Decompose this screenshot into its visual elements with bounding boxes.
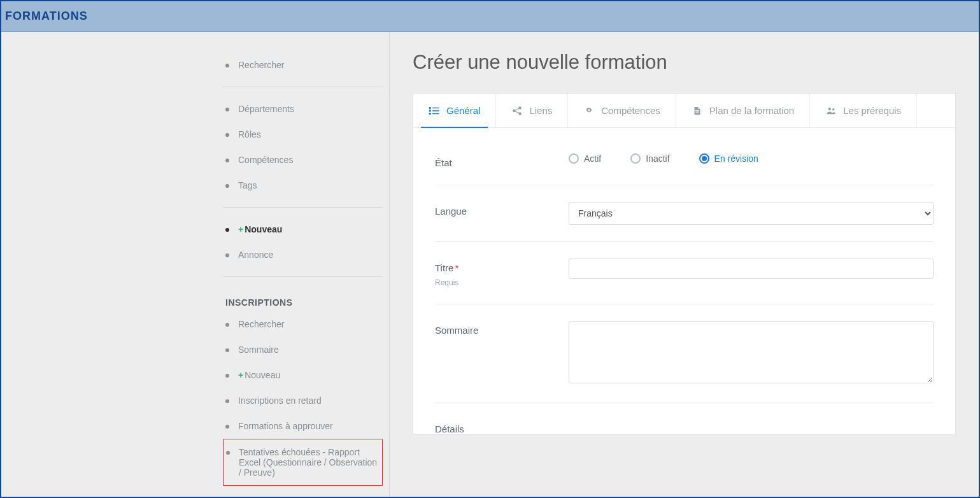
bullet-icon xyxy=(225,399,229,403)
label-langue: Langue xyxy=(435,202,569,217)
bullet-icon xyxy=(225,374,229,378)
sidebar-item-label: Inscriptions en retard xyxy=(238,395,322,406)
radio-icon xyxy=(699,153,709,164)
svg-point-14 xyxy=(828,107,832,110)
required-mark: * xyxy=(455,262,458,273)
form-row-details: Détails xyxy=(435,403,934,434)
sidebar-item-nouveau[interactable]: +Nouveau xyxy=(223,217,383,242)
sidebar-item-inscriptions-retard[interactable]: Inscriptions en retard xyxy=(223,388,383,413)
plus-icon: + xyxy=(238,224,243,234)
list-icon xyxy=(429,106,440,116)
radio-icon xyxy=(569,153,579,164)
tab-competences[interactable]: Compétences xyxy=(568,94,676,127)
sidebar-item-rechercher-2[interactable]: Rechercher xyxy=(223,311,383,337)
radio-label: Inactif xyxy=(646,153,669,164)
sidebar-item-label: Compétences xyxy=(238,155,293,165)
app-body: Rechercher Départements Rôles Compétence… xyxy=(1,32,979,497)
etat-radio-group: Actif Inactif En révision xyxy=(569,153,934,164)
sidebar-item-label: Formations à approuver xyxy=(238,421,333,431)
radio-icon xyxy=(630,153,641,164)
app-title: FORMATIONS xyxy=(5,10,88,23)
bullet-icon xyxy=(225,323,229,327)
svg-point-4 xyxy=(429,113,430,114)
svg-point-8 xyxy=(519,112,521,114)
svg-point-15 xyxy=(832,108,835,110)
separator xyxy=(223,87,383,87)
svg-rect-13 xyxy=(695,111,699,112)
titre-input[interactable] xyxy=(569,259,934,279)
top-header: FORMATIONS xyxy=(1,1,979,32)
tab-plan-formation[interactable]: Plan de la formation xyxy=(676,94,810,127)
svg-line-9 xyxy=(515,108,519,110)
form-row-sommaire: Sommaire xyxy=(435,304,934,403)
bullet-icon xyxy=(225,228,229,232)
sidebar-group-4: Rechercher Sommaire +Nouveau Inscription… xyxy=(223,311,383,486)
sidebar-section-inscriptions: INSCRIPTIONS xyxy=(223,286,383,311)
gear-icon xyxy=(583,106,595,116)
tab-liens[interactable]: Liens xyxy=(496,94,568,127)
sidebar-item-tentatives-echouees[interactable]: Tentatives échouées - Rapport Excel (Que… xyxy=(223,439,383,486)
bullet-icon xyxy=(225,108,229,111)
bullet-icon xyxy=(225,348,229,352)
sidebar-item-label: +Nouveau xyxy=(238,370,280,380)
sommaire-textarea[interactable] xyxy=(569,321,934,383)
share-icon xyxy=(511,106,523,116)
sidebar-item-label: +Nouveau xyxy=(238,224,282,234)
tab-general[interactable]: Général xyxy=(413,94,496,127)
radio-inactif[interactable]: Inactif xyxy=(630,153,669,164)
svg-point-2 xyxy=(429,110,430,111)
tab-prerequis[interactable]: Les prérequis xyxy=(810,94,917,127)
sidebar-item-rechercher[interactable]: Rechercher xyxy=(223,52,383,78)
sidebar-item-departements[interactable]: Départements xyxy=(223,96,383,122)
page-title: Créer une nouvelle formation xyxy=(413,51,956,74)
separator xyxy=(223,276,383,277)
sidebar-item-annonce[interactable]: Annonce xyxy=(223,242,383,267)
form-body: État Actif Inactif En révision xyxy=(413,128,955,434)
svg-line-10 xyxy=(515,111,519,113)
sidebar-group-2: Départements Rôles Compétences Tags xyxy=(223,96,383,198)
tab-label: Les prérequis xyxy=(843,105,901,116)
users-icon xyxy=(825,106,837,116)
bullet-icon xyxy=(225,425,229,429)
svg-point-11 xyxy=(588,109,590,111)
form-card: Général Liens Compétences xyxy=(413,93,956,435)
radio-actif[interactable]: Actif xyxy=(569,153,601,164)
svg-point-0 xyxy=(429,107,430,108)
sidebar-group-1: Rechercher xyxy=(223,52,383,78)
sidebar: Rechercher Départements Rôles Compétence… xyxy=(1,32,390,497)
file-icon xyxy=(692,106,703,116)
tab-label: Compétences xyxy=(601,105,660,116)
label-sommaire: Sommaire xyxy=(435,321,569,336)
form-row-etat: État Actif Inactif En révision xyxy=(435,147,934,185)
form-row-langue: Langue Français xyxy=(435,185,934,242)
tab-label: Général xyxy=(446,105,480,116)
sidebar-item-label: Tentatives échouées - Rapport Excel (Que… xyxy=(239,447,380,478)
sidebar-item-label: Rechercher xyxy=(238,60,284,70)
label-titre: Titre* Requis xyxy=(435,259,569,287)
langue-field: Français xyxy=(569,202,934,225)
plus-icon: + xyxy=(238,370,243,380)
bullet-icon xyxy=(226,451,230,455)
langue-select[interactable]: Français xyxy=(569,202,934,225)
sidebar-item-nouveau-2[interactable]: +Nouveau xyxy=(223,362,383,388)
sidebar-item-label: Tags xyxy=(238,180,257,190)
sidebar-item-label: Rôles xyxy=(238,129,261,139)
tab-label: Plan de la formation xyxy=(709,105,794,116)
separator xyxy=(223,207,383,208)
label-etat: État xyxy=(435,153,569,168)
sidebar-item-label: Rechercher xyxy=(238,319,284,329)
sidebar-item-competences[interactable]: Compétences xyxy=(223,147,383,173)
sidebar-item-formations-approuver[interactable]: Formations à approuver xyxy=(223,413,383,439)
sidebar-item-label: Sommaire xyxy=(238,345,279,355)
radio-label: Actif xyxy=(584,153,601,164)
sidebar-item-sommaire[interactable]: Sommaire xyxy=(223,337,383,362)
bullet-icon xyxy=(225,253,229,257)
titre-field xyxy=(569,259,934,279)
label-details: Détails xyxy=(435,420,569,434)
svg-point-7 xyxy=(513,110,515,111)
sidebar-item-roles[interactable]: Rôles xyxy=(223,122,383,147)
hint-requis: Requis xyxy=(435,278,569,287)
svg-rect-12 xyxy=(695,110,699,111)
radio-en-revision[interactable]: En révision xyxy=(699,153,758,164)
sidebar-item-tags[interactable]: Tags xyxy=(223,173,383,198)
